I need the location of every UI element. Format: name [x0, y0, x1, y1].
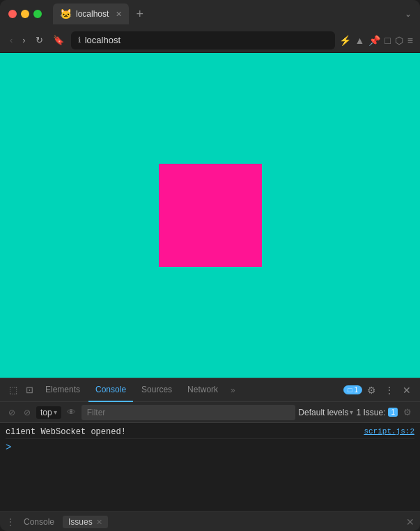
- badge-icon: □: [348, 386, 352, 394]
- console-filter-input[interactable]: [81, 405, 296, 420]
- devtools-more-icon[interactable]: ⋮: [381, 383, 398, 398]
- console-settings-icon[interactable]: ⚙: [400, 406, 414, 419]
- devtools-device-icon[interactable]: ⊡: [22, 383, 37, 397]
- bottom-dots-icon[interactable]: ⋮: [6, 516, 15, 528]
- console-prompt[interactable]: >: [6, 439, 414, 456]
- bottom-tab-issues-close-icon[interactable]: ✕: [96, 518, 102, 526]
- tab-elements[interactable]: Elements: [38, 378, 87, 402]
- console-output: client WebSocket opened! script.js:2 >: [0, 423, 420, 511]
- console-message-source[interactable]: script.js:2: [364, 427, 414, 436]
- console-context-selector[interactable]: top ▾: [36, 406, 61, 419]
- devtools-inspect-icon[interactable]: ⬚: [6, 383, 21, 397]
- forward-button[interactable]: ›: [20, 33, 28, 47]
- bottom-tab-console[interactable]: Console: [18, 516, 60, 528]
- close-button[interactable]: [8, 10, 17, 18]
- new-tab-button[interactable]: +: [133, 7, 146, 22]
- tab-console[interactable]: Console: [88, 378, 133, 402]
- bottom-tab-issues[interactable]: Issues ✕: [63, 516, 108, 528]
- devtools-settings-icon[interactable]: ⚙: [364, 383, 380, 398]
- more-tabs-icon[interactable]: »: [226, 383, 240, 398]
- console-message-text: client WebSocket opened!: [6, 427, 364, 437]
- maximize-button[interactable]: [33, 10, 42, 18]
- badge-count: 1: [354, 386, 358, 394]
- console-eye-icon[interactable]: 👁: [64, 406, 79, 419]
- address-url: localhost: [85, 35, 328, 45]
- reload-button[interactable]: ↻: [33, 33, 46, 47]
- split-icon[interactable]: □: [384, 35, 390, 46]
- menu-icon[interactable]: ≡: [407, 35, 413, 46]
- devtools-panel: ⬚ ⊡ Elements Console Sources Network » □…: [0, 378, 420, 531]
- tab-favicon: 🐱: [60, 8, 72, 20]
- browser-window: 🐱 localhost ✕ + ⌄ ‹ › ↻ 🔖 ℹ localhost ⚡ …: [0, 0, 420, 531]
- brave-icon[interactable]: ⚡: [339, 35, 351, 46]
- default-levels-label: Default levels: [298, 408, 348, 417]
- default-levels-arrow-icon: ▾: [350, 408, 353, 416]
- active-tab[interactable]: 🐱 localhost ✕: [53, 3, 129, 24]
- console-context-label: top: [40, 408, 52, 417]
- tab-chevron-icon[interactable]: ⌄: [405, 9, 412, 19]
- devtools-close-icon[interactable]: ✕: [399, 383, 414, 398]
- console-filter-icon[interactable]: ⊘: [21, 406, 33, 419]
- console-clear-icon[interactable]: ⊘: [6, 406, 18, 419]
- minimize-button[interactable]: [21, 10, 29, 18]
- wallet-icon[interactable]: ⬡: [395, 35, 403, 46]
- issue-count-icon: 1: [388, 408, 398, 417]
- back-button[interactable]: ‹: [7, 33, 15, 47]
- devtools-issues-badge[interactable]: □ 1: [343, 385, 362, 394]
- console-message-row: client WebSocket opened! script.js:2: [6, 426, 414, 439]
- devtools-bottom-bar: ⋮ Console Issues ✕ ✕: [0, 511, 420, 531]
- issues-label: 1 Issue:: [356, 408, 385, 417]
- issues-count-badge[interactable]: 1 Issue: 1: [356, 408, 398, 417]
- bookmark-button[interactable]: 🔖: [50, 33, 67, 47]
- extensions-icon[interactable]: 📌: [368, 35, 380, 46]
- console-toolbar: ⊘ ⊘ top ▾ 👁 Default levels ▾ 1 Issue: 1 …: [0, 402, 420, 423]
- default-levels-dropdown[interactable]: Default levels ▾: [298, 408, 353, 417]
- address-input[interactable]: ℹ localhost: [71, 31, 335, 49]
- security-icon: ℹ: [78, 36, 81, 45]
- tab-sources[interactable]: Sources: [134, 378, 179, 402]
- pink-square: [159, 164, 262, 267]
- shield-icon[interactable]: ▲: [355, 35, 365, 46]
- console-context-arrow-icon: ▾: [54, 408, 57, 416]
- tab-title: localhost: [76, 9, 109, 19]
- tab-bar: 🐱 localhost ✕ + ⌄: [53, 3, 412, 24]
- traffic-lights: [8, 10, 42, 18]
- address-actions: ⚡ ▲ 📌 □ ⬡ ≡: [339, 35, 414, 46]
- tab-network[interactable]: Network: [180, 378, 225, 402]
- devtools-toolbar: ⬚ ⊡ Elements Console Sources Network » □…: [0, 378, 420, 402]
- title-bar: 🐱 localhost ✕ + ⌄: [0, 0, 420, 28]
- page-content: [0, 53, 420, 378]
- bottom-bar-close-icon[interactable]: ✕: [406, 516, 414, 528]
- address-bar: ‹ › ↻ 🔖 ℹ localhost ⚡ ▲ 📌 □ ⬡ ≡: [0, 28, 420, 53]
- tab-close-icon[interactable]: ✕: [116, 10, 122, 19]
